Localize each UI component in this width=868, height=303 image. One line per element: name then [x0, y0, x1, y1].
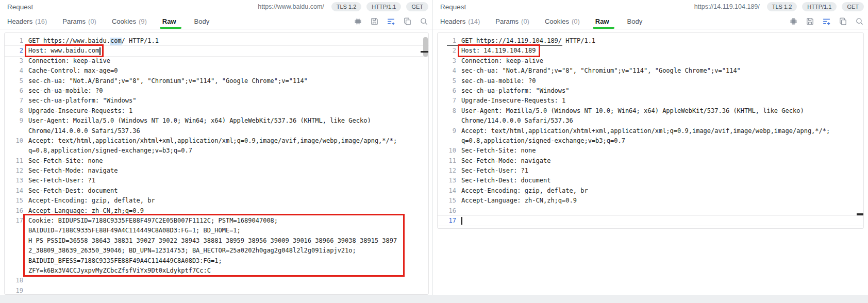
tab-label: Body — [627, 18, 643, 25]
line-text — [456, 206, 461, 216]
tab[interactable]: Raw — [595, 13, 612, 29]
line-text: Chrome/114.0.0.0 Safari/537.36 — [456, 116, 573, 126]
line-number — [5, 256, 23, 266]
tab-label: Headers — [7, 18, 32, 25]
protocol-badge: HTTP/1.1 — [802, 2, 837, 11]
line-number: 17 — [438, 216, 456, 226]
code-line: 7sec-ch-ua-platform: "Windows" — [5, 96, 428, 106]
tab-count: (0) — [521, 18, 529, 25]
line-text: Accept-Language: zh-CN,zh;q=0.9 — [456, 196, 577, 206]
line-text: User-Agent: Mozilla/5.0 (Windows NT 10.0… — [23, 116, 371, 126]
request-url: https://www.baidu.com/ — [258, 3, 324, 10]
panel-title: Request — [440, 3, 466, 11]
tab[interactable]: Headers(16) — [7, 13, 47, 29]
line-number: 5 — [5, 76, 23, 86]
line-text: 2_38809_38639_26350_39046; BD_UPN=123147… — [23, 246, 356, 256]
code-line: BAIDUID=7188C9335FE88F49A4C114449C8A08D3… — [5, 226, 428, 235]
line-number: 19 — [5, 286, 23, 295]
tab[interactable]: Body — [627, 13, 645, 29]
code-line: 15Accept-Language: zh-CN,zh;q=0.9 — [438, 196, 863, 206]
tab[interactable]: Cookies(0) — [545, 13, 580, 29]
tab[interactable]: Raw — [162, 13, 179, 29]
line-text: Sec-Fetch-Mode: navigate — [23, 166, 118, 176]
tab-label: Cookies — [112, 18, 136, 25]
panel-title: Request — [7, 3, 33, 11]
tab-label: Headers — [440, 18, 465, 25]
code-line: 17 — [438, 216, 863, 226]
code-line: 6sec-ch-ua-platform: "Windows" — [438, 86, 863, 96]
raw-request-editor[interactable]: 1GET https://www.baidu.com/ HTTP/1.1 2Ho… — [4, 32, 429, 295]
line-number — [5, 246, 23, 256]
line-number — [5, 126, 23, 136]
code-line: 8User-Agent: Mozilla/5.0 (Windows NT 10.… — [438, 106, 863, 116]
line-number: 6 — [438, 86, 456, 96]
tab[interactable]: Body — [194, 13, 212, 29]
tab-label: Raw — [595, 18, 609, 25]
save-icon[interactable] — [370, 17, 379, 26]
tab[interactable]: Params(0) — [62, 13, 96, 29]
line-number: 10 — [5, 136, 23, 146]
line-text: Connection: keep-alive — [456, 56, 543, 66]
code-line: 13Sec-Fetch-Dest: document — [438, 176, 863, 186]
line-text: sec-ch-ua-platform: "Windows" — [456, 86, 570, 96]
line-number: 3 — [438, 56, 456, 66]
code-line: 13Sec-Fetch-User: ?1 — [5, 176, 428, 186]
tab-count: (0) — [88, 18, 96, 25]
copy-icon[interactable] — [839, 17, 847, 26]
line-number: 3 — [5, 56, 23, 66]
tab-count: (16) — [35, 18, 47, 25]
code-line: 11Sec-Fetch-Site: none — [5, 156, 428, 166]
line-number — [5, 266, 23, 276]
chip-icon[interactable] — [789, 17, 798, 26]
save-icon[interactable] — [806, 17, 814, 26]
code-line: 14Accept-Encoding: gzip, deflate, br — [438, 186, 863, 196]
line-number: 14 — [438, 186, 456, 196]
code-line: H_PS_PSSID=36558_38643_38831_39027_39022… — [5, 236, 428, 246]
line-number: 12 — [5, 166, 23, 176]
tab[interactable]: Params(0) — [495, 13, 529, 29]
line-number: 5 — [438, 76, 456, 86]
line-text: Sec-Fetch-User: ?1 — [23, 176, 95, 186]
code-line: 5sec-ch-ua-mobile: ?0 — [438, 76, 863, 86]
line-text: sec-ch-ua-mobile: ?0 — [456, 76, 536, 86]
code-line: 5sec-ch-ua: "Not.A/Brand";v="8", "Chromi… — [5, 76, 428, 86]
line-text: Connection: keep-alive — [23, 56, 110, 66]
search-icon[interactable] — [420, 17, 428, 26]
tab[interactable]: Headers(14) — [440, 13, 480, 29]
copy-icon[interactable] — [403, 17, 412, 26]
request-meta: https://www.baidu.com/ TLS 1.2HTTP/1.1GE… — [258, 2, 428, 11]
code-line: Chrome/114.0.0.0 Safari/537.36 — [5, 126, 428, 136]
format-icon[interactable] — [387, 17, 395, 26]
raw-request-editor[interactable]: 1GET https://14.119.104.189/ HTTP/1.1 2H… — [437, 32, 864, 229]
badge-list: TLS 1.2HTTP/1.1GET — [331, 2, 428, 11]
line-text: sec-ch-ua-mobile: ?0 — [23, 86, 103, 96]
tab[interactable]: Cookies(9) — [112, 13, 147, 29]
line-number: 10 — [438, 146, 456, 156]
search-icon[interactable] — [855, 17, 864, 26]
line-text: BAIDUID=7188C9335FE88F49A4C114449C8A08D3… — [23, 226, 241, 235]
line-number — [5, 146, 23, 156]
code-line: 18 — [5, 276, 428, 285]
line-number: 15 — [5, 196, 23, 206]
line-number: 8 — [438, 106, 456, 116]
request-panel-left: Request https://www.baidu.com/ TLS 1.2HT… — [0, 0, 432, 295]
line-text: Chrome/114.0.0.0 Safari/537.36 — [23, 126, 140, 136]
line-text: sec-ch-ua: "Not.A/Brand";v="8", "Chromiu… — [456, 66, 741, 76]
line-text: sec-ch-ua: "Not.A/Brand";v="8", "Chromiu… — [23, 76, 308, 86]
line-text: Sec-Fetch-Site: none — [456, 146, 536, 156]
format-icon[interactable] — [822, 17, 831, 26]
code-line: 10Sec-Fetch-Site: none — [438, 146, 863, 156]
line-text: Upgrade-Insecure-Requests: 1 — [23, 106, 132, 116]
line-number: 11 — [5, 156, 23, 166]
editor-toolbar — [789, 13, 864, 29]
line-text: BAIDUID_BFESS=7188C9335FE88F49A4C114449C… — [23, 256, 222, 266]
line-text: Accept-Encoding: gzip, deflate, br — [456, 186, 588, 196]
line-number: 2 — [5, 46, 23, 56]
chip-icon[interactable] — [354, 17, 362, 26]
code-line: 6sec-ch-ua-mobile: ?0 — [5, 86, 428, 96]
line-number: 1 — [438, 36, 456, 46]
line-number: 6 — [5, 86, 23, 96]
code-line: q=0.8,application/signed-exchange;v=b3;q… — [438, 136, 863, 146]
line-text: q=0.8,application/signed-exchange;v=b3;q… — [456, 136, 625, 146]
line-text: GET https://14.119.104.189/ HTTP/1.1 — [456, 36, 595, 46]
